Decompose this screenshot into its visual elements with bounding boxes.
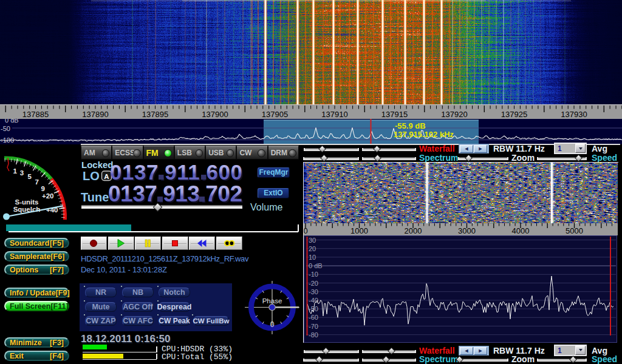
svg-text:A: A xyxy=(104,173,109,180)
svg-text:-60: -60 xyxy=(309,314,318,321)
svg-text:0: 0 xyxy=(304,226,308,235)
svg-text:0 dB: 0 dB xyxy=(5,119,19,124)
svg-text:-50: -50 xyxy=(1,125,10,132)
svg-text:Locked: Locked xyxy=(81,160,114,170)
svg-text:7: 7 xyxy=(35,178,38,186)
svg-text:0137.911.600: 0137.911.600 xyxy=(110,160,242,184)
svg-text:1000: 1000 xyxy=(350,226,368,235)
svg-text:5000: 5000 xyxy=(566,226,583,235)
svg-text:-20: -20 xyxy=(309,280,318,287)
svg-text:137885: 137885 xyxy=(22,110,49,119)
svg-text:20: 20 xyxy=(309,245,316,252)
svg-text:LO: LO xyxy=(83,169,100,183)
svg-text:-80: -80 xyxy=(309,331,318,339)
svg-text:4000: 4000 xyxy=(512,226,530,235)
svg-text:30: 30 xyxy=(309,237,316,244)
svg-text:Tune: Tune xyxy=(81,190,109,204)
svg-text:Squelch: Squelch xyxy=(13,206,41,213)
svg-text:-30: -30 xyxy=(309,288,318,295)
svg-text:S-units: S-units xyxy=(15,198,39,206)
svg-text:0137.913.702: 0137.913.702 xyxy=(108,181,242,206)
svg-text:2000: 2000 xyxy=(405,226,422,235)
svg-text:9: 9 xyxy=(41,185,44,192)
svg-text:137905: 137905 xyxy=(262,110,288,119)
svg-text:137895: 137895 xyxy=(142,110,168,119)
svg-text:0: 0 xyxy=(270,320,275,329)
svg-text:+20: +20 xyxy=(42,192,54,200)
svg-text:137890: 137890 xyxy=(82,110,108,119)
svg-text:1: 1 xyxy=(13,167,17,175)
svg-text:137920: 137920 xyxy=(441,110,467,119)
svg-text:137910: 137910 xyxy=(321,110,347,119)
svg-text:5: 5 xyxy=(27,173,32,180)
svg-text:-40: -40 xyxy=(309,297,318,304)
svg-text:0 dB: 0 dB xyxy=(309,262,323,269)
svg-text:10: 10 xyxy=(309,254,316,261)
svg-text:3000: 3000 xyxy=(458,226,476,235)
svg-text:137.915.102 kHz: 137.915.102 kHz xyxy=(394,130,454,139)
svg-text:137925: 137925 xyxy=(501,110,527,119)
svg-text:-10: -10 xyxy=(309,271,318,278)
svg-text:3: 3 xyxy=(20,169,24,177)
svg-text:137900: 137900 xyxy=(202,110,228,119)
svg-text:137930: 137930 xyxy=(561,110,587,119)
svg-text:137915: 137915 xyxy=(381,110,408,119)
svg-text:Phase: Phase xyxy=(262,297,282,305)
svg-text:-70: -70 xyxy=(309,323,318,330)
